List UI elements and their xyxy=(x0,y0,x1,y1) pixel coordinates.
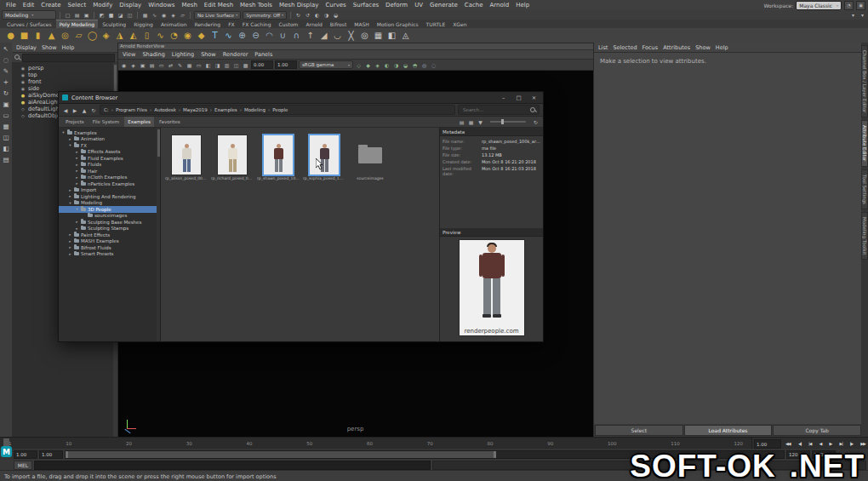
bevel-icon[interactable]: ◢ xyxy=(317,29,330,42)
menubar-item[interactable]: Mesh Display xyxy=(276,2,322,9)
tree-item[interactable]: ▸ MASH Examples xyxy=(59,238,160,245)
breadcrumb-segment[interactable]: Examples xyxy=(208,107,237,112)
scale-tool-icon[interactable]: ▣ xyxy=(3,100,9,108)
attribute-editor-menu-item[interactable]: Help xyxy=(713,44,731,51)
tree-expand-arrow[interactable]: ▸ xyxy=(75,181,79,186)
maximize-button[interactable]: □ xyxy=(513,94,524,101)
thumbnail-size-slider[interactable] xyxy=(490,121,526,123)
attribute-editor-button[interactable]: Copy Tab xyxy=(773,425,861,436)
menubar-item[interactable]: Deform xyxy=(382,2,411,9)
breadcrumb-segment[interactable]: Maya2019 xyxy=(176,107,208,112)
tree-scrollbar[interactable] xyxy=(157,128,160,341)
tool-settings-toggle-icon[interactable]: ▾ xyxy=(859,12,866,18)
grease-pencil-icon[interactable]: ✎ xyxy=(176,62,184,68)
scrollbar-thumb[interactable] xyxy=(157,129,160,157)
outliner-menu-item[interactable]: Help xyxy=(60,44,77,51)
lock-camera-icon[interactable]: ◈ xyxy=(129,62,137,68)
crease-icon[interactable]: ◬ xyxy=(399,29,412,42)
refresh-view-icon[interactable]: ↻ xyxy=(532,119,540,125)
poly-disc-icon[interactable]: ◯ xyxy=(86,29,99,42)
content-browser-tab[interactable]: Examples xyxy=(124,117,154,127)
breadcrumb-segment[interactable]: Program Files xyxy=(109,107,147,112)
shelf-tab[interactable]: Curves / Surfaces xyxy=(3,20,55,28)
snap-point-icon[interactable]: ◉ xyxy=(160,12,168,18)
viewport-menu-item[interactable]: Shading xyxy=(139,51,168,58)
minimize-button[interactable]: – xyxy=(498,94,509,101)
menubar-item[interactable]: File xyxy=(3,2,20,9)
step-back-key-button[interactable]: |◀ xyxy=(808,441,811,446)
wireframe-icon[interactable]: ◇ xyxy=(355,62,363,68)
viewport-menu-item[interactable]: View xyxy=(119,51,139,58)
sidebar-tab[interactable]: Attribute Editor xyxy=(861,120,868,166)
four-pane-layout-icon[interactable]: ▦ xyxy=(3,123,9,130)
content-browser-titlebar[interactable]: Content Browser – □ × xyxy=(59,92,543,104)
tree-item[interactable]: ▸ Sculpting Stamps xyxy=(59,226,160,232)
shelf-tab[interactable]: Rendering xyxy=(191,20,225,28)
resolution-gate-icon[interactable]: ◧ xyxy=(204,62,212,68)
list-view-icon[interactable]: ▤ xyxy=(458,119,465,125)
tree-item[interactable]: ▾ Modeling xyxy=(59,200,160,207)
range-handle-right[interactable] xyxy=(494,451,496,458)
save-scene-icon[interactable]: ▣ xyxy=(83,12,90,18)
quad-draw-icon[interactable]: ▦ xyxy=(372,29,385,42)
mirror-icon[interactable]: ◧ xyxy=(385,29,398,42)
tree-item[interactable]: ▸ Smart Presets xyxy=(59,251,160,258)
tree-item[interactable]: ▾ FX xyxy=(59,142,160,149)
viewport-menu-item[interactable]: Show xyxy=(197,51,220,58)
asset-item[interactable]: rp_richard_posed_001K_al... xyxy=(212,135,253,180)
menubar-item[interactable]: Display xyxy=(116,2,145,9)
breadcrumb-segment[interactable]: Modeling xyxy=(237,107,266,112)
motion-blur-icon[interactable]: ◓ xyxy=(411,62,419,68)
sweep-mesh-icon[interactable]: ∿ xyxy=(222,29,235,42)
poly-gear-icon[interactable]: ◔ xyxy=(168,29,180,42)
shelf-tab[interactable]: FX xyxy=(225,20,238,28)
tree-item[interactable]: ▾ Examples xyxy=(59,129,160,136)
gate-mask-icon[interactable]: ◨ xyxy=(214,62,221,68)
safe-title-icon[interactable]: ▩ xyxy=(242,62,249,68)
poly-cone-icon[interactable]: ▲ xyxy=(45,29,58,42)
field-chart-icon[interactable]: ▥ xyxy=(223,62,231,68)
multi-cut-icon[interactable]: ╳ xyxy=(345,29,357,42)
playback-start-field[interactable] xyxy=(39,450,63,459)
poly-cube-icon[interactable]: ■ xyxy=(18,29,31,42)
snap-curve-icon[interactable]: ∿ xyxy=(151,12,158,18)
step-forward-key-button[interactable]: ▶| xyxy=(840,441,842,446)
outliner-search-input[interactable] xyxy=(22,54,115,62)
menubar-item[interactable]: Edit xyxy=(20,2,38,9)
shelf-tab[interactable]: Bifrost xyxy=(327,20,350,28)
mel-toggle[interactable]: MEL xyxy=(14,461,32,470)
select-camera-icon[interactable]: ◉ xyxy=(120,62,128,68)
play-forwards-button[interactable]: ▶ xyxy=(830,441,832,446)
new-scene-icon[interactable]: ▢ xyxy=(64,12,71,18)
isolate-select-icon[interactable]: ◎ xyxy=(420,62,428,68)
menubar-item[interactable]: Create xyxy=(37,2,64,9)
menubar-item[interactable]: Select xyxy=(65,2,90,9)
shelf-tab[interactable]: Sculpting xyxy=(99,20,129,28)
outliner-menu-item[interactable]: Display xyxy=(14,44,39,51)
tree-expand-arrow[interactable]: ▸ xyxy=(68,194,72,198)
menubar-item[interactable]: UV xyxy=(411,2,426,9)
shaded-icon[interactable]: ◆ xyxy=(364,62,372,68)
bookmarks-icon[interactable]: ▤ xyxy=(148,62,156,68)
menubar-item[interactable]: Help xyxy=(512,2,533,9)
select-hierarchy-icon[interactable]: ◩ xyxy=(98,12,106,18)
content-browser-tab[interactable]: File System xyxy=(89,117,123,127)
close-button[interactable]: × xyxy=(528,94,540,101)
film-gate-icon[interactable]: ▭ xyxy=(195,62,203,68)
construction-history-icon[interactable]: ↻ xyxy=(294,12,302,18)
select-object-icon[interactable]: ■ xyxy=(107,12,115,18)
search-input[interactable] xyxy=(461,106,528,113)
separate-icon[interactable]: ⊖ xyxy=(249,29,262,42)
single-pane-layout-icon[interactable]: ▭ xyxy=(3,112,9,119)
shelf-tab[interactable]: Poly Modeling xyxy=(56,20,99,28)
outliner-item[interactable]: ◉ top xyxy=(12,72,117,78)
tree-item[interactable]: ▸ Paint Effects xyxy=(59,232,160,238)
tree-item[interactable]: ▸ Hair xyxy=(59,168,160,175)
current-frame-field[interactable] xyxy=(754,439,781,449)
tree-item[interactable]: ▸ Import xyxy=(59,187,160,194)
animation-start-field[interactable] xyxy=(14,450,37,459)
highlight-selection-icon[interactable]: ◫ xyxy=(126,12,134,18)
viewport-menu-item[interactable]: Panels xyxy=(251,51,276,58)
tree-item[interactable]: ▸ Animation xyxy=(59,136,160,143)
poly-torus-icon[interactable]: ◎ xyxy=(59,29,71,42)
